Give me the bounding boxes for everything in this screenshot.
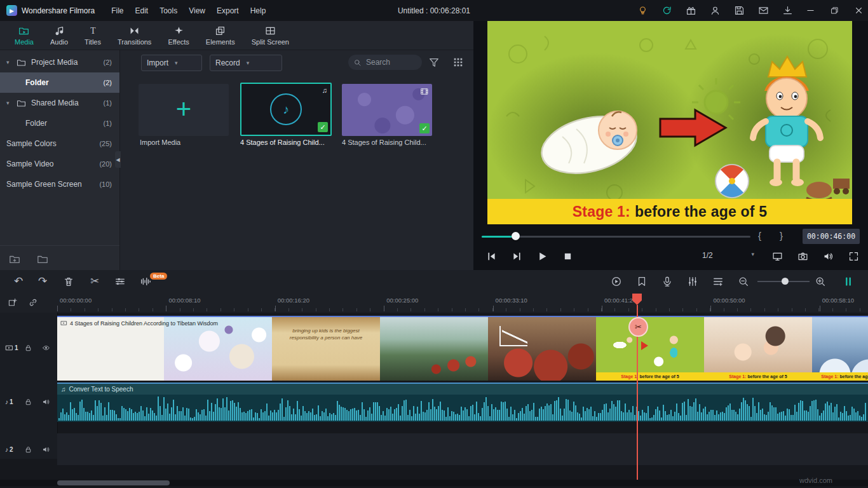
timeline-scrollbar[interactable] [0, 480, 868, 486]
sidebar-item-sample-video-5[interactable]: Sample Video (20) [0, 154, 119, 174]
tab-titles[interactable]: T Titles [78, 21, 108, 50]
seek-handle[interactable] [512, 232, 520, 240]
tab-transitions[interactable]: Transitions [111, 21, 158, 50]
menu-export[interactable]: Export [217, 6, 239, 15]
close-icon[interactable] [855, 6, 863, 15]
next-frame-icon[interactable] [512, 251, 522, 262]
save-icon[interactable] [734, 5, 745, 16]
expander-icon[interactable]: ▾ [6, 59, 13, 65]
record-dropdown[interactable]: Record ▾ [210, 55, 282, 71]
email-icon[interactable] [758, 5, 769, 16]
sidebar-collapse-handle[interactable]: ◀ [115, 151, 121, 168]
menu-view[interactable]: View [189, 6, 205, 15]
delete-icon[interactable] [63, 276, 74, 287]
media-icon [18, 25, 29, 36]
previous-frame-icon[interactable] [486, 251, 497, 262]
new-folder-icon[interactable] [9, 254, 20, 265]
ball-graphic [715, 165, 749, 198]
tab-effects[interactable]: Effects [161, 21, 196, 50]
tab-audio[interactable]: Audio [43, 21, 75, 50]
menu-tools[interactable]: Tools [159, 6, 177, 15]
lock-icon[interactable] [24, 344, 32, 352]
zoom-slider-handle[interactable] [782, 278, 789, 285]
search-box[interactable] [348, 55, 422, 70]
adjust-icon[interactable] [114, 276, 126, 287]
download-icon[interactable] [782, 5, 793, 16]
zoom-in-icon[interactable] [815, 276, 826, 287]
audio-type-icon: ♫ [322, 86, 327, 94]
open-folder-icon[interactable] [37, 254, 48, 265]
sidebar-item-folder-1[interactable]: Folder (2) [0, 72, 119, 93]
redo-icon[interactable]: ↷ [37, 276, 48, 287]
zoom-out-icon[interactable] [738, 276, 749, 287]
sidebar-item-folder-3[interactable]: Folder (1) [0, 113, 119, 133]
import-dropdown[interactable]: Import ▾ [141, 55, 202, 71]
tab-media[interactable]: Media [8, 21, 41, 50]
snapshot-icon[interactable] [797, 251, 808, 262]
clip-icon [60, 320, 67, 327]
menu-edit[interactable]: Edit [135, 6, 149, 15]
sidebar-item-project-media-0[interactable]: ▾ Project Media (2) [0, 52, 119, 72]
split-scissors-icon[interactable]: ✂ [89, 276, 100, 287]
clip-segment-title-card [57, 317, 164, 381]
sidebar-item-sample-colors-4[interactable]: Sample Colors (25) [0, 133, 119, 154]
lock-icon[interactable] [24, 398, 32, 406]
audio-stretch-icon[interactable] [140, 276, 151, 287]
cut-scissors-icon[interactable]: ✂ [628, 317, 648, 337]
stop-icon[interactable] [562, 251, 573, 262]
marker-icon[interactable] [636, 276, 648, 287]
audio-track2-lane[interactable] [57, 433, 868, 465]
audio-mixer-icon[interactable] [687, 276, 698, 287]
expander-icon[interactable]: ▾ [6, 100, 13, 106]
sidebar-item-sample-green-screen-6[interactable]: Sample Green Screen (10) [0, 174, 119, 194]
account-icon[interactable] [710, 5, 721, 16]
tips-icon[interactable] [637, 5, 648, 16]
resource-icon[interactable] [661, 5, 672, 16]
seek-bar[interactable] [482, 236, 750, 238]
minimize-icon[interactable] [806, 6, 815, 15]
tab-elements[interactable]: Elements [199, 21, 242, 50]
chevron-down-icon: ▾ [175, 60, 178, 66]
scrollbar-thumb[interactable] [57, 480, 170, 485]
sidebar-item-label: Project Media [31, 58, 78, 67]
menu-help[interactable]: Help [250, 6, 266, 15]
fullscreen-icon[interactable] [848, 251, 859, 262]
tab-split-screen[interactable]: Split Screen [245, 21, 296, 50]
search-input[interactable] [365, 57, 412, 67]
menu-file[interactable]: File [111, 6, 123, 15]
mark-out-icon[interactable]: } [780, 230, 783, 241]
display-device-icon[interactable] [772, 251, 783, 262]
audio-media-tile[interactable]: ♪ ♫ ✓ [240, 83, 332, 136]
store-icon[interactable] [686, 5, 696, 16]
preview-video[interactable]: Stage 1: before the age of 5 [487, 21, 852, 224]
lock-icon[interactable] [24, 445, 32, 454]
render-preview-icon[interactable] [611, 276, 622, 287]
filter-icon[interactable] [428, 57, 440, 68]
sidebar-item-shared-media-2[interactable]: ▾ Shared Media (1) [0, 93, 119, 113]
play-icon[interactable] [537, 251, 548, 262]
grid-view-icon[interactable] [452, 57, 464, 68]
visibility-icon[interactable] [42, 344, 50, 352]
timeline-ruler[interactable]: 00:00:00:0000:00:08:1000:00:16:2000:00:2… [0, 293, 868, 313]
pause-icon[interactable] [843, 276, 854, 287]
caption-text: before the age of 5 [635, 203, 767, 220]
mark-in-icon[interactable]: { [758, 230, 761, 241]
video-media-tile[interactable]: ✓ [342, 84, 432, 136]
volume-icon[interactable] [823, 251, 834, 262]
audio-clip[interactable]: ♫ Conver Text to Speech [57, 383, 868, 422]
transitions-icon [129, 25, 140, 36]
ruler-tick [820, 306, 820, 311]
undo-icon[interactable]: ↶ [13, 276, 24, 287]
mute-icon[interactable] [42, 445, 50, 454]
folder-icon [17, 98, 26, 108]
video-clip[interactable]: bringing up kids is the biggest responsi… [57, 316, 868, 381]
restore-icon[interactable] [831, 6, 839, 15]
ruler-label: 00:00:41:20 [604, 297, 636, 304]
add-to-timeline-icon[interactable] [8, 297, 18, 308]
import-media-tile[interactable]: + [139, 84, 229, 136]
mute-icon[interactable] [42, 398, 50, 406]
link-icon[interactable] [28, 297, 38, 308]
track-manager-icon[interactable] [712, 276, 724, 287]
voiceover-icon[interactable] [661, 276, 673, 287]
preview-quality-dropdown[interactable]: 1/2 ▾ [702, 251, 754, 260]
